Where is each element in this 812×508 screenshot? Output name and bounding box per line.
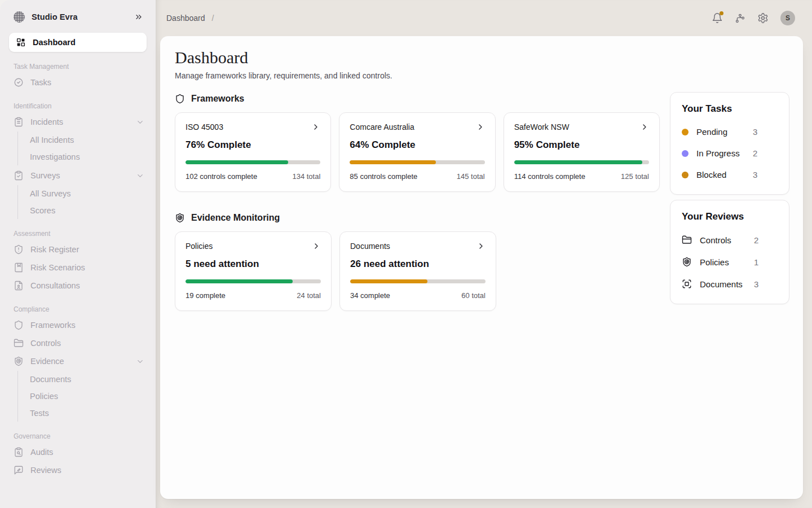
sidebar-item-label: Controls (30, 339, 61, 348)
card-title: Comcare Australia (350, 122, 414, 132)
task-count: 3 (753, 127, 757, 137)
evidence-subgroup: Documents Policies Tests (17, 371, 156, 422)
breadcrumb-separator: / (212, 14, 214, 23)
chevron-down-icon (136, 172, 144, 180)
workspace-logo-icon (14, 11, 25, 23)
card-title: SafeWork NSW (514, 122, 570, 132)
card-title: Policies (186, 242, 213, 251)
sidebar-item-label: Frameworks (30, 321, 76, 330)
sidebar-item-label: Tasks (30, 78, 51, 87)
card-headline: 26 need attention (350, 259, 486, 270)
main-area: Dashboard / S Dashboard Manage framework… (156, 0, 812, 508)
app-window: Studio Evra Dashboard Task Management Ta… (0, 0, 812, 508)
sidebar-item-audits[interactable]: Audits (0, 443, 156, 461)
chevron-down-icon (136, 118, 144, 126)
sidebar-item-tasks[interactable]: Tasks (0, 73, 156, 91)
chevron-right-icon[interactable] (476, 242, 486, 251)
framework-card-safework-nsw[interactable]: SafeWork NSW 95% Complete 114 controls c… (504, 112, 660, 192)
integrations-button[interactable] (735, 13, 745, 24)
page-subtitle: Manage frameworks library, requirements,… (175, 71, 789, 80)
sidebar-item-risk-scenarios[interactable]: Risk Scenarios (0, 259, 156, 277)
settings-button[interactable] (757, 12, 769, 24)
sidebar-item-label: Incidents (30, 117, 63, 126)
sidebar-item-scores[interactable]: Scores (18, 202, 156, 219)
evidence-card-policies[interactable]: Policies 5 need attention 19 complete24 … (175, 231, 332, 311)
chevron-right-icon[interactable] (640, 122, 649, 132)
task-label: Blocked (696, 170, 753, 179)
shield-icon (14, 320, 24, 330)
page-title: Dashboard (175, 48, 789, 67)
shield-icon (175, 94, 185, 104)
notification-dot (720, 11, 723, 15)
sidebar-item-policies[interactable]: Policies (18, 388, 156, 405)
sidebar-item-surveys[interactable]: Surveys (0, 167, 156, 185)
folder-icon (14, 338, 24, 348)
task-count: 3 (753, 170, 757, 179)
file-user-icon (14, 281, 24, 291)
card-total-count: 24 total (297, 291, 321, 300)
sidebar-item-incidents[interactable]: Incidents (0, 113, 156, 131)
evidence-cards: Policies 5 need attention 19 complete24 … (175, 231, 660, 311)
sidebar-item-all-incidents[interactable]: All Incidents (18, 132, 156, 148)
chevrons-right-icon (134, 12, 143, 21)
card-total-count: 125 total (621, 172, 649, 181)
card-headline: 76% Complete (186, 139, 320, 151)
sidebar-section-compliance: Compliance (0, 305, 156, 313)
sidebar-item-documents[interactable]: Documents (18, 371, 156, 388)
sidebar-item-evidence[interactable]: Evidence (0, 352, 156, 370)
framework-card-iso-45003[interactable]: ISO 45003 76% Complete 102 controls comp… (175, 112, 331, 192)
user-avatar[interactable]: S (780, 11, 795, 25)
notifications-button[interactable] (712, 12, 723, 24)
card-complete-count: 114 controls complete (514, 172, 585, 181)
workspace-name: Studio Evra (32, 12, 78, 21)
panel-title: Your Reviews (682, 211, 778, 222)
progress-fill (350, 160, 436, 164)
dashboard-right-column: Your Tasks Pending 3 In Progress 2 (670, 92, 789, 311)
review-row-policies: Policies 1 (682, 257, 778, 267)
review-count: 1 (754, 257, 758, 267)
sidebar-item-label: Consultations (30, 281, 80, 290)
card-title: Documents (350, 242, 390, 251)
sidebar-section-assessment: Assessment (0, 230, 156, 238)
breadcrumb[interactable]: Dashboard (166, 14, 205, 23)
review-count: 2 (754, 235, 758, 245)
card-complete-count: 34 complete (350, 291, 390, 300)
framework-card-comcare-australia[interactable]: Comcare Australia 64% Complete 85 contro… (339, 112, 495, 192)
card-complete-count: 102 controls complete (186, 172, 257, 181)
sidebar-item-dashboard[interactable]: Dashboard (9, 33, 147, 52)
sidebar-item-risk-register[interactable]: Risk Register (0, 240, 156, 259)
evidence-card-documents[interactable]: Documents 26 need attention 34 complete6… (339, 231, 496, 311)
incidents-subgroup: All Incidents Investigations (17, 132, 156, 165)
sidebar-item-controls[interactable]: Controls (0, 334, 156, 352)
review-label: Policies (700, 257, 754, 267)
chevron-right-icon[interactable] (311, 122, 320, 132)
sidebar-item-label: Reviews (30, 466, 61, 475)
shield-alert-icon (14, 244, 24, 255)
task-label: Pending (696, 127, 753, 137)
shield-at-icon (175, 213, 185, 223)
chevron-right-icon[interactable] (312, 242, 321, 251)
your-reviews-panel: Your Reviews Controls 2 P (670, 200, 789, 304)
sidebar-item-all-surveys[interactable]: All Surveys (18, 185, 156, 202)
sidebar-item-label: Risk Register (30, 245, 79, 254)
sidebar-item-investigations[interactable]: Investigations (18, 148, 156, 165)
evidence-section-header: Evidence Monitoring (175, 213, 660, 223)
workspace-header: Studio Evra (0, 9, 156, 25)
review-row-documents: Documents 3 (682, 279, 778, 289)
card-complete-count: 85 controls complete (350, 172, 417, 181)
sidebar-item-reviews[interactable]: Reviews (0, 461, 156, 479)
folder-icon (682, 235, 692, 245)
chevron-right-icon[interactable] (476, 122, 485, 132)
task-row-pending: Pending 3 (682, 127, 778, 137)
card-total-count: 60 total (461, 291, 486, 300)
shield-at-icon (14, 356, 24, 366)
sidebar-collapse-button[interactable] (134, 12, 143, 21)
sidebar-item-label: Audits (30, 448, 53, 457)
frameworks-cards: ISO 45003 76% Complete 102 controls comp… (175, 112, 660, 192)
sidebar-item-frameworks[interactable]: Frameworks (0, 316, 156, 334)
card-headline: 64% Complete (350, 139, 484, 151)
topbar: Dashboard / S (156, 0, 812, 36)
card-title: ISO 45003 (186, 122, 223, 132)
sidebar-item-consultations[interactable]: Consultations (0, 277, 156, 295)
sidebar-item-tests[interactable]: Tests (18, 405, 156, 422)
